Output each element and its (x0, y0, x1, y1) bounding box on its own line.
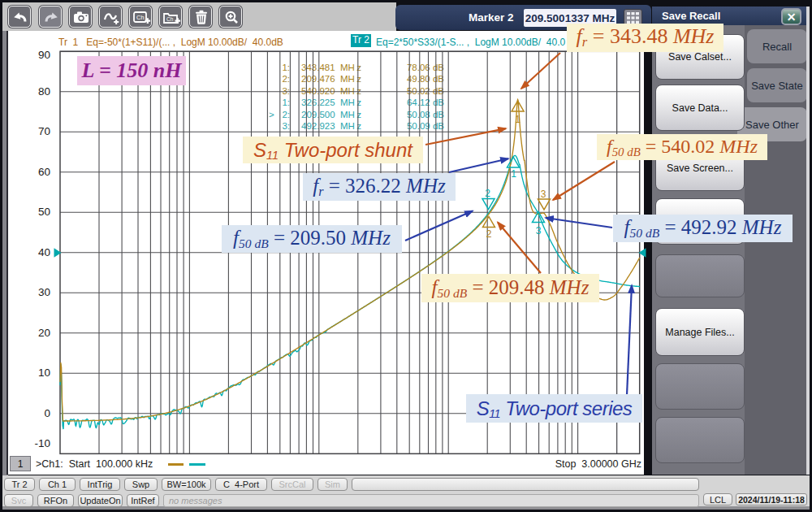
svg-text:3: 3 (541, 189, 546, 200)
svg-text:2: 2 (485, 188, 490, 199)
svg-text:2: 2 (486, 228, 492, 240)
svg-text:1: 1 (515, 114, 520, 125)
svg-text:1: 1 (511, 168, 516, 180)
svg-text:3: 3 (536, 225, 542, 236)
